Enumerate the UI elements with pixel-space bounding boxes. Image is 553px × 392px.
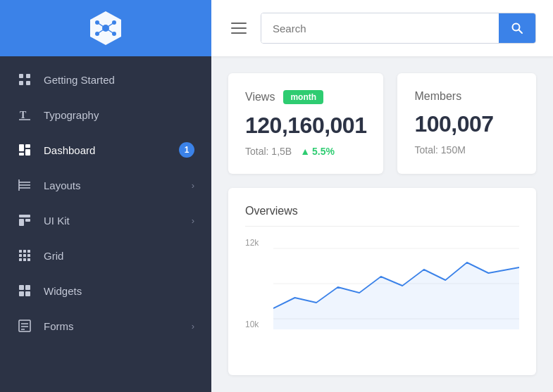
- sidebar-item-getting-started-label: Getting Started: [44, 74, 194, 86]
- trend-value: 5.5%: [312, 146, 335, 157]
- sidebar-item-widgets[interactable]: Widgets: [0, 273, 211, 308]
- sidebar: Getting Started T Typography Dashboar: [0, 0, 211, 392]
- svg-rect-12: [19, 81, 23, 85]
- views-card-title: Views: [245, 91, 275, 103]
- sidebar-item-forms-label: Forms: [44, 320, 192, 332]
- svg-rect-34: [23, 258, 26, 261]
- svg-rect-28: [23, 250, 26, 253]
- members-card-footer: Total: 150M: [414, 144, 519, 156]
- sidebar-item-uikit[interactable]: UI Kit ›: [0, 203, 211, 238]
- svg-rect-16: [19, 144, 24, 151]
- sidebar-item-uikit-label: UI Kit: [44, 215, 192, 227]
- svg-rect-17: [25, 144, 30, 148]
- sidebar-item-layouts-label: Layouts: [44, 179, 192, 191]
- sidebar-item-dashboard[interactable]: Dashboard 1: [0, 132, 211, 167]
- sidebar-item-dashboard-label: Dashboard: [44, 144, 179, 156]
- stats-cards-row: Views month 120,160,001 Total: 1,5B ▲ 5.…: [228, 73, 536, 174]
- text-icon: T: [17, 107, 32, 122]
- svg-marker-49: [273, 263, 519, 329]
- svg-rect-29: [27, 250, 30, 253]
- svg-rect-33: [19, 258, 22, 261]
- content-area: Views month 120,160,001 Total: 1,5B ▲ 5.…: [211, 56, 553, 392]
- search-button[interactable]: [499, 13, 535, 43]
- sidebar-item-typography-label: Typography: [44, 109, 194, 121]
- sidebar-item-layouts[interactable]: Layouts ›: [0, 167, 211, 203]
- views-card-footer: Total: 1,5B ▲ 5.5%: [245, 146, 366, 157]
- svg-rect-31: [23, 254, 26, 257]
- svg-rect-10: [19, 74, 23, 78]
- svg-rect-39: [25, 291, 30, 296]
- forms-chevron-icon: ›: [192, 321, 194, 331]
- chart-area: 12k 10k: [245, 238, 519, 329]
- sidebar-item-getting-started[interactable]: Getting Started: [0, 62, 211, 97]
- members-card-value: 100,007: [414, 111, 519, 137]
- svg-rect-27: [19, 250, 22, 253]
- layouts-icon: [17, 177, 32, 193]
- sidebar-item-widgets-label: Widgets: [44, 285, 194, 297]
- svg-rect-36: [19, 285, 24, 290]
- uikit-icon: [17, 213, 32, 228]
- svg-rect-25: [19, 219, 24, 226]
- svg-rect-32: [27, 254, 30, 257]
- dashboard-badge: 1: [179, 142, 194, 158]
- search-icon: [511, 22, 523, 34]
- views-card-value: 120,160,001: [245, 113, 366, 139]
- members-card: Members 100,007 Total: 150M: [397, 73, 536, 174]
- views-month-badge: month: [283, 90, 323, 104]
- grid-icon: [17, 72, 32, 87]
- trend-up-arrow-icon: ▲: [300, 146, 310, 157]
- topbar: [211, 0, 553, 56]
- svg-rect-37: [25, 285, 30, 290]
- svg-rect-13: [26, 81, 30, 85]
- views-card-header: Views month: [245, 90, 366, 104]
- svg-rect-35: [27, 258, 30, 261]
- search-container: [261, 13, 536, 44]
- members-card-header: Members: [414, 90, 519, 103]
- views-card: Views month 120,160,001 Total: 1,5B ▲ 5.…: [228, 73, 383, 174]
- chart-y-label-10k: 10k: [245, 320, 259, 329]
- sidebar-logo: [0, 0, 211, 56]
- views-total-label: Total: 1,5B: [245, 146, 292, 157]
- search-input[interactable]: [261, 13, 499, 43]
- chart-canvas: [273, 238, 519, 329]
- svg-rect-19: [19, 153, 24, 156]
- sidebar-item-typography[interactable]: T Typography: [0, 97, 211, 132]
- views-trend: ▲ 5.5%: [300, 146, 335, 157]
- sidebar-item-forms[interactable]: Forms ›: [0, 308, 211, 343]
- members-total-label: Total: 150M: [414, 144, 465, 156]
- members-card-title: Members: [414, 90, 461, 103]
- overview-section: Overviews 12k 10k: [228, 188, 536, 375]
- svg-rect-26: [25, 219, 30, 222]
- uikit-chevron-icon: ›: [192, 215, 194, 226]
- grid2-icon: [17, 248, 32, 263]
- chart-svg: [273, 238, 519, 329]
- svg-rect-24: [19, 215, 30, 217]
- dashboard-icon: [17, 142, 32, 158]
- svg-rect-38: [19, 291, 24, 296]
- sidebar-item-grid[interactable]: Grid: [0, 238, 211, 273]
- widgets-icon: [17, 283, 32, 298]
- main-content: Views month 120,160,001 Total: 1,5B ▲ 5.…: [211, 0, 553, 392]
- svg-line-45: [518, 30, 522, 33]
- hamburger-menu-icon[interactable]: [228, 20, 249, 37]
- overview-title: Overviews: [245, 205, 519, 227]
- svg-rect-18: [25, 149, 30, 156]
- sidebar-nav: Getting Started T Typography Dashboar: [0, 56, 211, 392]
- layouts-chevron-icon: ›: [192, 180, 194, 191]
- svg-rect-30: [19, 254, 22, 257]
- chart-y-labels: 12k 10k: [245, 238, 259, 329]
- sidebar-item-grid-label: Grid: [44, 250, 194, 262]
- svg-text:T: T: [20, 110, 27, 120]
- svg-rect-11: [26, 74, 30, 78]
- chart-y-label-12k: 12k: [245, 238, 259, 248]
- app-logo: [87, 10, 124, 46]
- forms-icon: [17, 318, 32, 334]
